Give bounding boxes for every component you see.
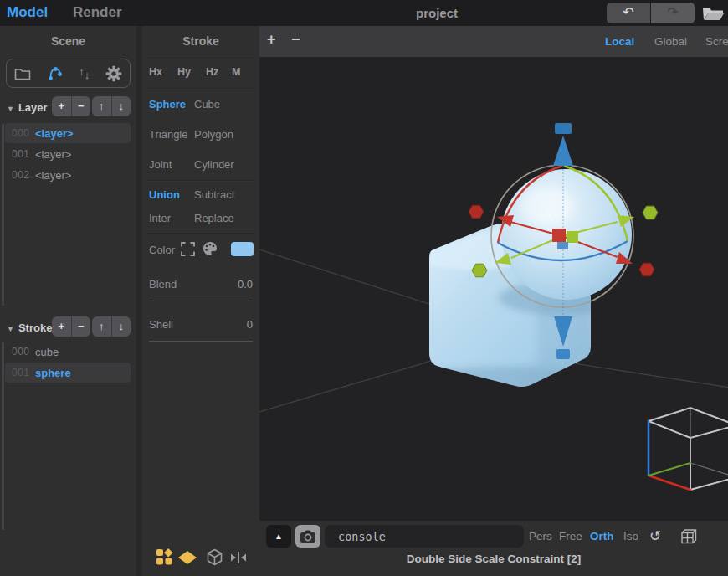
space-local-button[interactable]: Local bbox=[605, 35, 634, 48]
stroke-move-up-button[interactable]: ↑ bbox=[92, 316, 111, 337]
bool-subtract-button[interactable]: Subtract bbox=[194, 188, 234, 201]
project-title: project bbox=[416, 6, 458, 20]
open-folder-icon bbox=[701, 4, 725, 22]
separator bbox=[147, 233, 254, 234]
shell-slider-track[interactable] bbox=[149, 341, 253, 342]
orientation-cube bbox=[649, 408, 728, 490]
layer-row-002[interactable]: 002 <layer> bbox=[5, 165, 131, 185]
layer-move-down-button[interactable]: ↓ bbox=[111, 96, 131, 116]
mirror-hy-toggle[interactable]: Hy bbox=[177, 66, 191, 78]
console-input[interactable] bbox=[325, 525, 524, 548]
blend-value[interactable]: 0.0 bbox=[238, 278, 253, 291]
rotate-ccw-icon: ↺ bbox=[649, 528, 661, 544]
shape-palette-icon[interactable] bbox=[156, 548, 173, 566]
layer-row-index: 001 bbox=[12, 148, 35, 160]
layer-list-scrollbar[interactable] bbox=[2, 123, 4, 306]
viewport-toolbar: + − Local Global Scre bbox=[259, 26, 728, 57]
layer-row-name: <layer> bbox=[35, 148, 71, 161]
color-label: Color bbox=[149, 244, 175, 256]
zoom-out-button[interactable]: − bbox=[291, 31, 300, 49]
mirror-hx-toggle[interactable]: Hx bbox=[149, 66, 162, 78]
stroke-row-sphere[interactable]: 001 sphere bbox=[5, 363, 131, 383]
blend-slider-track[interactable] bbox=[149, 301, 253, 301]
redo-icon: ↷ bbox=[667, 5, 678, 19]
viewport-3d[interactable] bbox=[259, 57, 728, 521]
stroke-row-cube[interactable]: 000 cube bbox=[5, 342, 131, 362]
mirror-axis-icon[interactable] bbox=[230, 550, 247, 565]
color-swatch[interactable] bbox=[231, 242, 254, 256]
gear-icon[interactable] bbox=[105, 65, 122, 82]
color-picker-frame-icon[interactable] bbox=[181, 242, 195, 256]
separator bbox=[147, 58, 254, 59]
layer-move-up-button[interactable]: ↑ bbox=[92, 96, 111, 116]
shape-polygon-button[interactable]: Polygon bbox=[194, 128, 233, 141]
layer-add-remove-group: + − bbox=[52, 96, 90, 116]
stroke-remove-button[interactable]: − bbox=[71, 316, 91, 337]
tab-render[interactable]: Render bbox=[73, 4, 122, 21]
shape-cylinder-button[interactable]: Cylinder bbox=[194, 158, 234, 171]
shape-cube-button[interactable]: Cube bbox=[194, 98, 220, 111]
reorder-icon[interactable]: ↑↓ bbox=[79, 67, 90, 80]
layer-row-001[interactable]: 001 <layer> bbox=[5, 144, 131, 164]
wire-cube-icon[interactable] bbox=[206, 548, 223, 566]
undo-icon: ↶ bbox=[623, 5, 633, 19]
panel-divider bbox=[136, 26, 142, 576]
separator bbox=[147, 88, 254, 89]
csg-model bbox=[406, 169, 632, 393]
stroke-section-label: Stroke bbox=[18, 321, 52, 334]
camera-iso-button[interactable]: Iso bbox=[623, 530, 638, 543]
camera-icon bbox=[300, 529, 316, 543]
zoom-in-button[interactable]: + bbox=[267, 31, 276, 49]
csg-tree-icon[interactable] bbox=[47, 65, 64, 82]
scene-panel: Scene ↑↓ bbox=[0, 26, 136, 576]
stroke-row-name: cube bbox=[35, 346, 59, 358]
shape-joint-button[interactable]: Joint bbox=[149, 158, 172, 171]
stroke-row-index: 000 bbox=[12, 346, 35, 357]
shape-triangle-button[interactable]: Triangle bbox=[149, 128, 187, 141]
space-global-button[interactable]: Global bbox=[654, 35, 687, 48]
stroke-panel-title: Stroke bbox=[142, 34, 259, 48]
bool-union-button[interactable]: Union bbox=[149, 188, 180, 201]
mirror-m-toggle[interactable]: M bbox=[232, 66, 240, 78]
palette-icon[interactable] bbox=[203, 241, 218, 256]
open-file-button[interactable] bbox=[701, 4, 725, 22]
down-arrow-glyph: ↓ bbox=[85, 69, 90, 81]
undo-button[interactable]: ↶ bbox=[607, 3, 650, 23]
shape-sphere-button[interactable]: Sphere bbox=[149, 98, 186, 111]
camera-pers-button[interactable]: Pers bbox=[529, 530, 552, 543]
stroke-add-button[interactable]: + bbox=[52, 316, 71, 337]
stroke-list-scrollbar[interactable] bbox=[2, 342, 4, 530]
tab-model[interactable]: Model bbox=[7, 4, 48, 21]
space-screen-button[interactable]: Scre bbox=[705, 35, 728, 48]
stroke-section-header[interactable]: ▼Stroke bbox=[7, 320, 52, 335]
layer-add-button[interactable]: + bbox=[52, 96, 71, 116]
mirror-toggle-row: Hx Hy Hz M bbox=[142, 66, 259, 81]
layer-row-000[interactable]: 000 <layer> bbox=[5, 123, 131, 143]
top-bar: Model Render project ↶ ↷ bbox=[0, 0, 728, 26]
triangle-up-icon: ▲ bbox=[274, 532, 283, 541]
stroke-move-down-button[interactable]: ↓ bbox=[111, 316, 131, 337]
screenshot-button[interactable] bbox=[295, 525, 320, 548]
layer-section-header[interactable]: ▼Layer bbox=[7, 100, 48, 115]
bool-inter-button[interactable]: Inter bbox=[149, 212, 171, 224]
shell-label: Shell bbox=[149, 318, 173, 331]
camera-orth-button[interactable]: Orth bbox=[590, 530, 614, 543]
stroke-panel: Stroke Hx Hy Hz M Sphere Cube Triangle P… bbox=[142, 26, 259, 576]
shell-value[interactable]: 0 bbox=[247, 318, 253, 331]
reset-view-button[interactable]: ↺ bbox=[649, 527, 661, 545]
blend-label: Blend bbox=[149, 278, 177, 291]
quad-view-icon bbox=[679, 528, 697, 545]
diamond-brush-icon[interactable] bbox=[177, 550, 197, 565]
redo-button[interactable]: ↷ bbox=[651, 3, 695, 23]
layer-remove-button[interactable]: − bbox=[71, 96, 91, 116]
mirror-hz-toggle[interactable]: Hz bbox=[206, 66, 218, 78]
camera-free-button[interactable]: Free bbox=[559, 530, 582, 543]
quad-view-button[interactable] bbox=[679, 528, 697, 545]
viewport-canvas bbox=[259, 57, 728, 521]
status-message: Double Side Scale Constraint [2] bbox=[259, 553, 728, 565]
stroke-row-name: sphere bbox=[35, 367, 71, 379]
folder-icon[interactable] bbox=[14, 66, 31, 81]
bool-replace-button[interactable]: Replace bbox=[194, 212, 234, 224]
scene-toolbar: ↑↓ bbox=[6, 59, 131, 88]
expand-console-button[interactable]: ▲ bbox=[266, 525, 291, 548]
